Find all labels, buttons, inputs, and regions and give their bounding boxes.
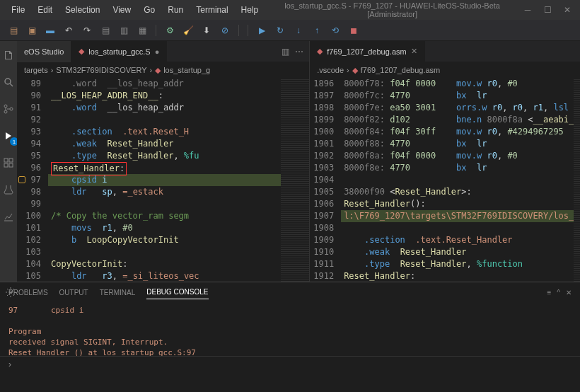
editor-left: eOS Studio ◆los_startup_gcc.S● ▥⋯ target… [17,41,310,282]
tab-debug-asm[interactable]: ◆f769_1207_debug.asm✕ [310,41,425,62]
minimize-icon[interactable]: ─ [521,5,535,15]
stop-icon[interactable]: ⊘ [217,23,233,38]
new-file-icon[interactable]: ▤ [6,23,21,38]
paste-icon[interactable]: ▦ [134,23,150,38]
open-folder-icon[interactable]: ▣ [24,23,40,38]
titlebar: FileEditSelectionViewGoRunTerminalHelp l… [0,0,580,20]
window-controls: ─ ☐ ✕ [521,5,574,15]
clean-icon[interactable]: 🧹 [180,23,196,38]
redo-icon[interactable]: ↷ [79,23,95,38]
svg-rect-6 [9,158,13,162]
minimap-right[interactable] [574,78,580,282]
explorer-icon[interactable] [0,47,17,64]
window-title: los_startup_gcc.S - F769_1207 - HUAWEI-L… [264,1,521,18]
run-debug-icon[interactable]: 1 [0,127,17,144]
menu-run[interactable]: Run [162,2,189,18]
step-into-icon[interactable]: ↓ [291,23,306,38]
copy-icon[interactable]: ▥ [116,23,132,38]
menu-go[interactable]: Go [138,2,161,18]
menu-view[interactable]: View [107,2,137,18]
main-area: 1 eOS Studio ◆los_startup_gcc.S● ▥⋯ targ… [0,41,580,282]
code-area-right[interactable]: 1896189718981899190019011902190319041905… [310,78,580,282]
menu-file[interactable]: File [6,2,30,18]
minimap-left[interactable] [281,78,309,282]
svg-line-1 [10,83,13,86]
svg-rect-5 [4,158,8,162]
toolbar: ▤ ▣ ▬ ↶ ↷ ▤ ▥ ▦ ⚙ 🧹 ⬇ ⊘ ▶ ↻ ↓ ↑ ⟲ ◼ [0,20,580,41]
menu-terminal[interactable]: Terminal [190,2,233,18]
tab-eos-studio[interactable]: eOS Studio [17,41,71,62]
more-icon[interactable]: ⋯ [295,47,303,57]
svg-rect-7 [4,163,8,167]
search-icon[interactable] [0,74,17,91]
close-tab-icon[interactable]: ● [155,47,160,56]
panel-tab-debug-console[interactable]: DEBUG CONSOLE [146,285,208,299]
build-icon[interactable]: ⬇ [199,23,214,38]
activity-bar: 1 [0,41,17,282]
code-area-left[interactable]: 8990919293949596979899100101102103104105… [17,78,309,282]
panel-tabs: PROBLEMS OUTPUT TERMINAL DEBUG CONSOLE ≡… [0,282,580,302]
step-over-icon[interactable]: ↻ [272,23,288,38]
maximize-icon[interactable]: ☐ [540,5,555,15]
bottom-panel: PROBLEMS OUTPUT TERMINAL DEBUG CONSOLE ≡… [0,282,580,372]
asm-icon: ◆ [317,47,323,56]
source-control-icon[interactable] [0,100,17,117]
tabs-left: eOS Studio ◆los_startup_gcc.S● ▥⋯ [17,41,309,62]
config-icon[interactable]: ⚙ [162,23,178,38]
stop-debug-icon[interactable]: ◼ [346,23,361,38]
menu-help[interactable]: Help [236,2,265,18]
close-tab-icon[interactable]: ✕ [411,47,417,56]
breadcrumb-left[interactable]: targets › STM32F769IDISCOVERY › ◆ los_st… [17,62,309,78]
svg-rect-8 [9,163,13,167]
menu-bar: FileEditSelectionViewGoRunTerminalHelp [6,2,264,18]
split-editor-icon[interactable]: ▥ [282,47,289,57]
console-input[interactable]: › [0,356,580,372]
tabs-right: ◆f769_1207_debug.asm✕ ⋯ [310,41,580,62]
svg-point-2 [4,105,7,108]
save-icon[interactable]: ▬ [42,23,58,38]
svg-point-4 [10,108,13,110]
svg-point-0 [5,79,11,84]
svg-point-9 [9,291,12,294]
settings-icon[interactable] [5,287,16,300]
continue-icon[interactable]: ▶ [254,23,269,38]
panel-tab-terminal[interactable]: TERMINAL [100,286,136,299]
menu-edit[interactable]: Edit [32,2,58,18]
panel-close-icon[interactable]: ✕ [566,289,572,296]
editor-split: eOS Studio ◆los_startup_gcc.S● ▥⋯ target… [17,41,580,282]
svg-point-3 [4,110,7,113]
chart-icon[interactable] [0,208,17,225]
test-icon[interactable] [0,181,17,198]
cut-icon[interactable]: ▤ [98,23,113,38]
asm-icon: ◆ [79,47,84,56]
restart-icon[interactable]: ⟲ [327,23,343,38]
panel-maximize-icon[interactable]: ^ [557,289,560,296]
breadcrumb-right[interactable]: .vscode › ◆ f769_1207_debug.asm [310,62,580,78]
step-out-icon[interactable]: ↑ [309,23,325,38]
editor-right: ◆f769_1207_debug.asm✕ ⋯ .vscode › ◆ f769… [310,41,580,282]
panel-filter-icon[interactable]: ≡ [547,289,551,296]
tab-los-startup[interactable]: ◆los_startup_gcc.S● [71,41,167,62]
undo-icon[interactable]: ↶ [61,23,76,38]
close-icon[interactable]: ✕ [560,5,574,15]
panel-tab-output[interactable]: OUTPUT [59,286,88,299]
extensions-icon[interactable] [0,154,17,171]
menu-selection[interactable]: Selection [59,2,105,18]
debug-console[interactable]: 97cpsid iProgramreceived signal SIGINT, … [0,302,580,356]
